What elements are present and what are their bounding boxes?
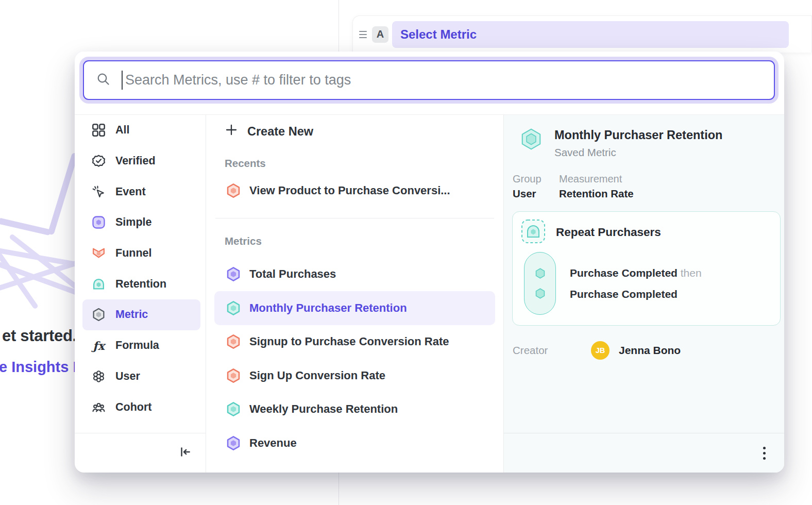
sidebar-item-label: User — [115, 370, 140, 383]
metric-row-label: Total Purchases — [249, 267, 336, 281]
search-box[interactable] — [83, 60, 775, 100]
metric-hexagon-icon — [92, 308, 106, 322]
create-new-label: Create New — [247, 125, 313, 139]
create-new-button[interactable]: Create New — [214, 116, 495, 147]
metric-row[interactable]: Signup to Purchase Conversion Rate — [214, 325, 495, 359]
card-title: Repeat Purchasers — [556, 226, 661, 239]
recent-metric-row[interactable]: View Product to Purchase Conversi... — [214, 174, 495, 208]
select-metric-label: Select Metric — [400, 27, 477, 42]
retention-icon — [92, 277, 106, 291]
preview-header: Monthly Purchaser Retention Saved Metric — [519, 127, 782, 159]
creator-name: Jenna Bono — [619, 344, 681, 357]
verified-badge-icon — [92, 154, 106, 168]
creator-avatar: JB — [591, 341, 610, 360]
metric-row[interactable]: Revenue — [214, 426, 495, 460]
formula-icon: ƒx — [92, 339, 106, 352]
sidebar-item-simple[interactable]: Simple — [82, 207, 200, 238]
simple-icon — [92, 215, 106, 229]
drag-handle-icon[interactable] — [356, 31, 370, 38]
sidebar-item-formula[interactable]: ƒx Formula — [82, 330, 200, 361]
metric-hexagon-icon — [226, 435, 241, 451]
funnel-icon — [92, 246, 106, 260]
metric-row-card: A Select Metric — [352, 15, 812, 53]
sidebar-item-label: Retention — [115, 278, 166, 291]
metric-row-label: Monthly Purchaser Retention — [249, 301, 407, 315]
text-caret — [122, 71, 123, 90]
collapse-panel-icon[interactable] — [178, 445, 192, 461]
step-one: Purchase Completed — [570, 267, 678, 279]
metric-row-label: View Product to Purchase Conversi... — [249, 184, 450, 197]
event-sequence-capsule — [524, 252, 556, 315]
metric-list-panel: Create New Recents View Product to Purch… — [206, 115, 504, 473]
group-label: Group — [513, 173, 559, 185]
search-input[interactable] — [125, 72, 762, 88]
cohort-icon — [92, 400, 106, 414]
retention-definition-card: Repeat Purchasers — [512, 211, 781, 326]
metric-hexagon-icon — [226, 401, 241, 417]
sidebar-item-label: Verified — [115, 155, 156, 167]
event-cursor-icon — [92, 185, 106, 199]
select-metric-button[interactable]: Select Metric — [392, 21, 789, 48]
search-area — [75, 52, 784, 114]
metric-hexagon-icon — [519, 127, 543, 159]
metric-hexagon-icon — [226, 300, 241, 316]
preview-footer — [504, 433, 784, 473]
sidebar-item-metric[interactable]: Metric — [82, 299, 200, 330]
metric-row[interactable]: Weekly Purchase Retention — [214, 393, 495, 427]
sidebar-item-verified[interactable]: Verified — [82, 146, 200, 177]
metric-row[interactable]: Total Purchases — [214, 258, 495, 292]
metric-row-selected[interactable]: Monthly Purchaser Retention — [214, 291, 495, 325]
list-divider — [215, 218, 494, 218]
sidebar-item-cohort[interactable]: Cohort — [82, 392, 200, 423]
sidebar-item-all[interactable]: All — [82, 115, 200, 146]
modal-content: All Verified — [75, 114, 784, 473]
plus-icon — [225, 123, 238, 140]
event-steps: Purchase Completed then Purchase Complet… — [570, 262, 702, 305]
category-sidebar: All Verified — [75, 115, 206, 473]
preview-subtitle: Saved Metric — [554, 146, 722, 159]
sidebar-item-retention[interactable]: Retention — [82, 268, 200, 299]
more-options-icon[interactable] — [760, 444, 769, 463]
sidebar-item-label: All — [115, 124, 129, 137]
creator-row: Creator JB Jenna Bono — [512, 341, 782, 360]
metric-hexagon-icon — [226, 266, 241, 282]
user-cluster-icon — [92, 369, 106, 383]
sidebar-item-user[interactable]: User — [82, 361, 200, 392]
retention-icon — [521, 219, 546, 246]
preview-meta: Group User Measurement Retention Rate — [512, 173, 782, 200]
step-connector: then — [681, 267, 702, 279]
recents-section-label: Recents — [214, 153, 495, 174]
sidebar-item-label: Cohort — [115, 401, 151, 414]
metric-row-label: Signup to Purchase Conversion Rate — [249, 335, 449, 348]
metric-row[interactable]: Sign Up Conversion Rate — [214, 359, 495, 393]
creator-label: Creator — [513, 344, 573, 357]
sidebar-item-label: Metric — [115, 308, 148, 321]
metric-hexagon-icon — [226, 334, 241, 349]
page: et started. e Insights Re A Select Metri… — [0, 0, 812, 505]
background-partial-heading: et started. — [2, 327, 77, 345]
metric-row-label: Revenue — [249, 436, 297, 450]
metric-hexagon-icon — [226, 183, 241, 198]
search-icon — [96, 72, 110, 88]
grid-icon — [92, 123, 106, 137]
measurement-value: Retention Rate — [559, 188, 634, 200]
metrics-section-label: Metrics — [214, 231, 495, 251]
metric-row-label: Sign Up Conversion Rate — [249, 369, 385, 382]
preview-title: Monthly Purchaser Retention — [554, 128, 722, 142]
measurement-label: Measurement — [559, 173, 634, 185]
sidebar-item-event[interactable]: Event — [82, 176, 200, 207]
sidebar-item-label: Event — [115, 186, 146, 198]
sidebar-item-label: Funnel — [115, 247, 151, 260]
metric-preview-panel: Monthly Purchaser Retention Saved Metric… — [504, 115, 784, 473]
metric-row-label: Weekly Purchase Retention — [249, 402, 398, 416]
metric-picker-modal: All Verified — [75, 52, 784, 473]
sidebar-item-label: Simple — [115, 216, 152, 229]
metric-letter-badge: A — [372, 26, 388, 43]
step-two: Purchase Completed — [570, 288, 678, 300]
sidebar-footer — [75, 433, 206, 473]
metric-hexagon-icon — [226, 368, 241, 383]
sidebar-item-funnel[interactable]: Funnel — [82, 238, 200, 269]
group-value: User — [513, 188, 559, 200]
sidebar-item-label: Formula — [115, 339, 159, 352]
